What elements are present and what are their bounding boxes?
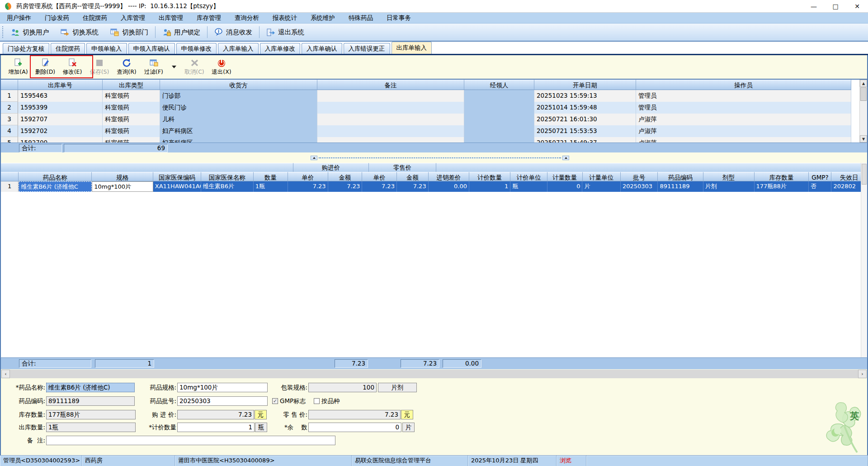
details-header-batch[interactable]: 批号: [621, 172, 658, 181]
tab-request-inbound-confirm[interactable]: 申领入库确认: [128, 43, 175, 54]
filter-button[interactable]: 过滤(F): [140, 58, 167, 76]
tab-outbound-entry[interactable]: 出库单输入: [392, 42, 432, 54]
details-header-name[interactable]: 药品名称: [19, 172, 92, 181]
details-header-nhsa-name[interactable]: 国家医保名称: [201, 172, 254, 181]
scroll-left-arrow-icon[interactable]: ‹: [1, 370, 10, 378]
close-button[interactable]: ✕: [846, 0, 868, 12]
orders-header-note[interactable]: 备注: [317, 80, 464, 90]
price-unit-cell[interactable]: 瓶: [510, 181, 547, 192]
details-header-retail-price[interactable]: 单价: [362, 172, 397, 181]
pane-splitter[interactable]: [311, 156, 569, 160]
receiver-cell[interactable]: 儿科: [160, 114, 317, 125]
operator-cell[interactable]: 卢淑萍: [636, 125, 851, 137]
order-no-cell[interactable]: 1592702: [18, 125, 103, 137]
tab-inbound-modify[interactable]: 入库单修改: [260, 43, 301, 54]
menu-system-maintenance[interactable]: 系统维护: [304, 13, 342, 23]
table-row[interactable]: 5 1592700 科室领药 妇产科病区 20250721 15:49:37 卢…: [1, 137, 867, 143]
note-cell[interactable]: [317, 137, 464, 143]
details-header-price-qty[interactable]: 计价数量: [469, 172, 510, 181]
drug-spec-field[interactable]: 10mg*100片: [177, 383, 268, 392]
note-cell[interactable]: [317, 102, 464, 114]
menu-inventory[interactable]: 库存管理: [190, 13, 228, 23]
menu-special-drugs[interactable]: 特殊药品: [342, 13, 380, 23]
message-button[interactable]: i 消息收发: [208, 28, 258, 37]
switch-department-button[interactable]: 切换部门: [104, 28, 154, 37]
orders-header-type[interactable]: 出库类型: [103, 80, 160, 90]
scroll-right-arrow-icon[interactable]: ›: [858, 370, 867, 378]
drug-code-field[interactable]: 89111189: [46, 396, 135, 406]
purchase-price-field[interactable]: 7.23: [177, 410, 254, 419]
query-button[interactable]: 查询(R): [113, 58, 140, 76]
batch-field[interactable]: 20250303: [177, 396, 268, 406]
details-header-price-unit[interactable]: 计价单位: [510, 172, 547, 181]
handler-cell[interactable]: [464, 102, 534, 114]
spec-cell-editor[interactable]: 10mg*100片: [92, 181, 153, 192]
tab-inpatient-dispense[interactable]: 住院摆药: [51, 43, 85, 54]
note-cell[interactable]: [317, 125, 464, 137]
tab-inbound-error-fix[interactable]: 入库错误更正: [344, 43, 390, 54]
receiver-cell[interactable]: 妇产科病区: [160, 137, 317, 143]
note-cell[interactable]: [317, 114, 464, 125]
gmp-cell[interactable]: 否: [809, 181, 831, 192]
switch-user-button[interactable]: 切换用户: [5, 28, 55, 37]
nhsa-name-cell[interactable]: 维生素B6片: [201, 181, 254, 192]
splitter-dotted-line[interactable]: [319, 157, 561, 158]
batch-cell[interactable]: 20250303: [621, 181, 658, 192]
tab-request-entry[interactable]: 申领单输入: [86, 43, 127, 54]
date-cell[interactable]: 20250721 15:49:37: [534, 137, 636, 143]
tab-outpatient-review[interactable]: 门诊处方复核: [3, 43, 49, 54]
minimize-button[interactable]: —: [803, 0, 825, 12]
details-header-stock[interactable]: 库存数量: [755, 172, 809, 181]
note-cell[interactable]: [317, 90, 464, 102]
menu-inpatient-dispense[interactable]: 住院摆药: [76, 13, 114, 23]
details-header-gmp[interactable]: GMP?: [809, 172, 831, 181]
price-diff-cell[interactable]: 0.00: [429, 181, 469, 192]
scroll-track[interactable]: ‹ ›: [1, 370, 867, 378]
details-header-drug-code[interactable]: 药品编码: [658, 172, 703, 181]
tab-inbound-confirm[interactable]: 入库单确认: [302, 43, 342, 54]
menu-outpatient-dispense[interactable]: 门诊发药: [38, 13, 76, 23]
table-row[interactable]: 1 1595463 科室领药 门诊部 20251023 15:59:13 管理员: [1, 90, 867, 102]
tab-inbound-entry[interactable]: 入库单输入: [218, 43, 259, 54]
date-cell[interactable]: 20251023 15:59:13: [534, 90, 636, 102]
details-header-dosage-form[interactable]: 剂型: [703, 172, 755, 181]
retail-amount-cell[interactable]: 7.23: [397, 181, 429, 192]
dosage-form-cell[interactable]: 片剂: [703, 181, 755, 192]
details-horizontal-scrollbar[interactable]: ‹ ›: [0, 369, 868, 379]
scroll-thumb[interactable]: [862, 164, 867, 185]
orders-header-receiver[interactable]: 收货方: [160, 80, 317, 90]
measure-qty-cell[interactable]: 0: [547, 181, 583, 192]
orders-header-order-no[interactable]: 出库单号: [18, 80, 103, 90]
orders-vertical-scrollbar[interactable]: ▲ ▼: [859, 80, 867, 143]
tab-request-modify[interactable]: 申领单修改: [176, 43, 217, 54]
order-type-cell[interactable]: 科室领药: [103, 114, 160, 125]
exit-system-button[interactable]: 退出系统: [260, 28, 310, 37]
note-field[interactable]: [46, 436, 335, 445]
orders-header-handler[interactable]: 经领人: [464, 80, 534, 90]
add-button[interactable]: 增加(A): [5, 58, 32, 76]
operator-cell[interactable]: 卢淑萍: [636, 114, 851, 125]
details-header-purchase-price[interactable]: 单价: [288, 172, 328, 181]
retail-price-cell[interactable]: 7.23: [362, 181, 397, 192]
measure-unit-cell[interactable]: 片: [582, 181, 620, 192]
stock-field[interactable]: 177瓶88片: [46, 410, 136, 419]
out-qty-field[interactable]: 1瓶: [46, 423, 136, 432]
menu-query-analysis[interactable]: 查询分析: [228, 13, 266, 23]
price-qty-cell[interactable]: 1: [469, 181, 510, 192]
receiver-cell[interactable]: 门诊部: [160, 90, 317, 102]
menu-outbound[interactable]: 出库管理: [152, 13, 190, 23]
details-header-price-diff[interactable]: 进销差价: [429, 172, 469, 181]
drug-code-cell[interactable]: 89111189: [658, 181, 703, 192]
order-type-cell[interactable]: 科室领药: [103, 137, 160, 143]
table-row[interactable]: 3 1592707 科室领药 儿科 20250721 16:01:30 卢淑萍: [1, 114, 867, 125]
details-header-measure-unit[interactable]: 计量单位: [583, 172, 621, 181]
gmp-checkbox[interactable]: ✓ GMP标志: [272, 396, 306, 406]
drug-name-field[interactable]: 维生素B6片 (济维他C): [46, 383, 135, 392]
handler-cell[interactable]: [464, 90, 534, 102]
qty-cell[interactable]: 1瓶: [254, 181, 288, 192]
operator-cell[interactable]: 卢淑萍: [636, 137, 851, 143]
details-header-nhsa-code[interactable]: 国家医保编码: [153, 172, 201, 181]
scroll-thumb[interactable]: [860, 87, 867, 101]
date-cell[interactable]: 20251014 15:59:48: [534, 102, 636, 114]
retail-price-field[interactable]: 7.23: [308, 410, 401, 419]
